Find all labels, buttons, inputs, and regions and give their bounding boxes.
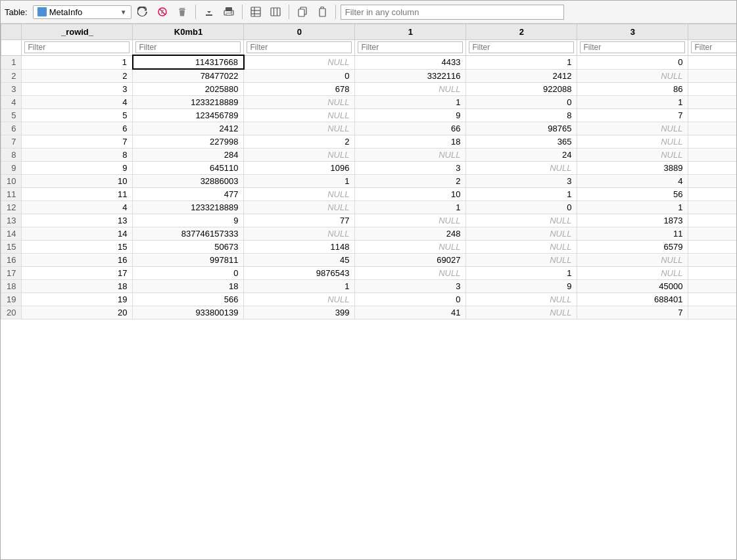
col-1-cell[interactable]: 2 [355, 175, 466, 188]
col-header-2[interactable]: 2 [466, 24, 577, 40]
k0mb1-cell[interactable]: 227998 [133, 135, 244, 149]
col-1-cell[interactable]: 1 [355, 201, 466, 214]
col-0-cell[interactable]: 678 [244, 83, 355, 96]
col-2-cell[interactable]: 8 [466, 109, 577, 122]
col-4-cell[interactable]: 1 [688, 69, 736, 83]
col-0-cell[interactable]: NULL [244, 122, 355, 135]
rowid-cell[interactable]: 6 [22, 122, 133, 135]
col-2-cell[interactable]: 1 [466, 55, 577, 69]
k0mb1-cell[interactable]: 997811 [133, 254, 244, 267]
rowid-cell[interactable]: 19 [22, 293, 133, 306]
col-2-cell[interactable]: 365 [466, 135, 577, 149]
col-0-cell[interactable]: 45 [244, 254, 355, 267]
col-1-cell[interactable]: NULL [355, 214, 466, 227]
rowid-cell[interactable]: 8 [22, 149, 133, 162]
col-1-cell[interactable]: NULL [355, 267, 466, 280]
k0mb1-cell[interactable]: 1233218889 [133, 201, 244, 214]
col-0-cell[interactable]: NULL [244, 293, 355, 306]
col-3-cell[interactable]: NULL [577, 122, 688, 135]
col-0-cell[interactable]: 1 [244, 280, 355, 293]
refresh-button[interactable] [134, 3, 151, 20]
col-header-4[interactable]: 4 [688, 24, 736, 40]
col-0-cell[interactable]: 77 [244, 214, 355, 227]
rowid-cell[interactable]: 17 [22, 267, 133, 280]
col-4-cell[interactable]: 5 [688, 175, 736, 188]
rowid-cell[interactable]: 3 [22, 83, 133, 96]
col-2-cell[interactable]: 9 [466, 280, 577, 293]
k0mb1-cell[interactable]: 18 [133, 280, 244, 293]
col-3-cell[interactable]: 688401 [577, 293, 688, 306]
col-2-cell[interactable]: 24 [466, 149, 577, 162]
k0mb1-cell[interactable]: 477 [133, 188, 244, 201]
k0mb1-cell[interactable]: 114317668 [133, 55, 244, 69]
copy-button[interactable] [294, 3, 311, 20]
k0mb1-cell[interactable]: 0 [133, 267, 244, 280]
rowid-cell[interactable]: 1 [22, 55, 133, 69]
filter-rowid-input[interactable] [24, 41, 130, 53]
rowid-cell[interactable]: 15 [22, 241, 133, 254]
col-1-cell[interactable]: 66 [355, 122, 466, 135]
col-0-cell[interactable]: 0 [244, 69, 355, 83]
filter-col3-input[interactable] [580, 41, 685, 53]
col-4-cell[interactable]: 0 [688, 96, 736, 109]
col-3-cell[interactable]: 56 [577, 188, 688, 201]
col-2-cell[interactable]: 1 [466, 267, 577, 280]
k0mb1-cell[interactable]: 1233218889 [133, 96, 244, 109]
col-0-cell[interactable]: 1 [244, 175, 355, 188]
col-3-cell[interactable]: NULL [577, 254, 688, 267]
col-3-cell[interactable]: 1873 [577, 214, 688, 227]
rowid-cell[interactable]: 16 [22, 254, 133, 267]
paste-button[interactable] [314, 3, 331, 20]
col-0-cell[interactable]: NULL [244, 109, 355, 122]
col-3-cell[interactable]: 1 [577, 96, 688, 109]
rowid-cell[interactable]: 10 [22, 175, 133, 188]
col-1-cell[interactable]: 9 [355, 109, 466, 122]
col-2-cell[interactable]: 1 [466, 188, 577, 201]
col-3-cell[interactable]: 1 [577, 201, 688, 214]
k0mb1-cell[interactable]: 32886003 [133, 175, 244, 188]
col-4-cell[interactable]: 1 [688, 55, 736, 69]
col-4-cell[interactable]: NULL [688, 135, 736, 149]
delete-rows-button[interactable] [174, 3, 191, 20]
col-2-cell[interactable]: 0 [466, 96, 577, 109]
col-3-cell[interactable]: NULL [577, 149, 688, 162]
col-4-cell[interactable]: 3888 [688, 162, 736, 175]
col-3-cell[interactable]: NULL [577, 69, 688, 83]
k0mb1-cell[interactable]: 50673 [133, 241, 244, 254]
col-4-cell[interactable]: NULL [688, 254, 736, 267]
col-2-cell[interactable]: 0 [466, 201, 577, 214]
col-0-cell[interactable]: 9876543 [244, 267, 355, 280]
rowid-cell[interactable]: 4 [22, 96, 133, 109]
table-selector[interactable]: MetaInfo ▼ [33, 5, 131, 19]
filter-k0mb1[interactable] [133, 40, 244, 56]
col-2-cell[interactable]: NULL [466, 214, 577, 227]
col-4-cell[interactable]: 0 [688, 227, 736, 241]
col-1-cell[interactable]: 1 [355, 96, 466, 109]
col-1-cell[interactable]: 3322116 [355, 69, 466, 83]
filter-col3[interactable] [577, 40, 688, 56]
k0mb1-cell[interactable]: 284 [133, 149, 244, 162]
col-header-k0mb1[interactable]: K0mb1 [133, 24, 244, 40]
filter-col0-input[interactable] [247, 41, 352, 53]
col-2-cell[interactable]: 98765 [466, 122, 577, 135]
rowid-cell[interactable]: 20 [22, 306, 133, 319]
col-4-cell[interactable]: 6 [688, 109, 736, 122]
col-4-cell[interactable]: 44 [688, 188, 736, 201]
col-3-cell[interactable]: 7 [577, 306, 688, 319]
rowid-cell[interactable]: 11 [22, 188, 133, 201]
col-2-cell[interactable]: NULL [466, 293, 577, 306]
k0mb1-cell[interactable]: 9 [133, 214, 244, 227]
col-3-cell[interactable]: 45000 [577, 280, 688, 293]
rowid-cell[interactable]: 9 [22, 162, 133, 175]
col-3-cell[interactable]: 0 [577, 55, 688, 69]
col-1-cell[interactable]: NULL [355, 149, 466, 162]
export-down-button[interactable] [201, 3, 218, 20]
col-2-cell[interactable]: NULL [466, 254, 577, 267]
rowid-cell[interactable]: 13 [22, 214, 133, 227]
col-4-cell[interactable]: 12 [688, 149, 736, 162]
columns-button[interactable] [267, 3, 284, 20]
col-1-cell[interactable]: 10 [355, 188, 466, 201]
rowid-cell[interactable]: 4 [22, 201, 133, 214]
col-4-cell[interactable]: NULL [688, 306, 736, 319]
col-1-cell[interactable]: 41 [355, 306, 466, 319]
